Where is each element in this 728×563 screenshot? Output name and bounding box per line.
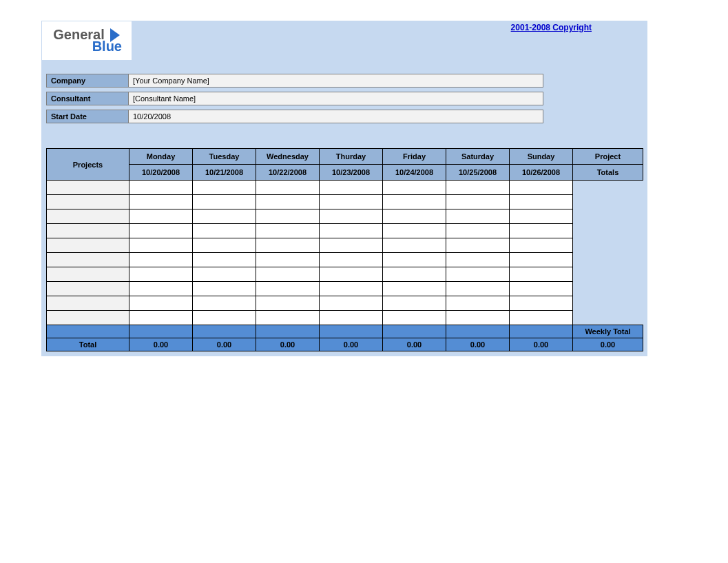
data-cell[interactable] (446, 224, 510, 238)
data-cell[interactable] (129, 267, 193, 282)
data-cell[interactable] (446, 311, 510, 325)
data-cell[interactable] (320, 181, 383, 195)
data-cell[interactable] (510, 282, 573, 296)
data-cell[interactable] (129, 311, 193, 325)
data-cell[interactable] (383, 195, 446, 209)
footer-blank-1 (129, 325, 193, 338)
data-cell[interactable] (193, 181, 256, 195)
company-value[interactable]: [Your Company Name] (129, 74, 543, 88)
data-cell[interactable] (129, 282, 193, 296)
project-cell[interactable] (47, 296, 129, 311)
data-cell[interactable] (193, 238, 256, 253)
data-cell[interactable] (383, 296, 446, 311)
start-date-value[interactable]: 10/20/2008 (129, 110, 543, 123)
data-cell[interactable] (510, 267, 573, 282)
table-row (47, 209, 643, 224)
data-cell[interactable] (256, 311, 320, 325)
day-header-thu-date: 10/23/2008 (320, 165, 383, 181)
data-cell[interactable] (256, 195, 320, 209)
data-cell[interactable] (446, 267, 510, 282)
data-cell[interactable] (256, 181, 320, 195)
data-cell[interactable] (193, 195, 256, 209)
data-cell[interactable] (383, 224, 446, 238)
day-total-sat: 0.00 (446, 338, 510, 351)
data-cell[interactable] (446, 195, 510, 209)
data-cell[interactable] (510, 195, 573, 209)
data-cell[interactable] (320, 253, 383, 267)
data-cell[interactable] (446, 282, 510, 296)
project-cell[interactable] (47, 267, 129, 282)
project-cell[interactable] (47, 253, 129, 267)
data-cell[interactable] (510, 224, 573, 238)
data-cell[interactable] (320, 311, 383, 325)
data-cell[interactable] (320, 267, 383, 282)
data-cell[interactable] (193, 253, 256, 267)
data-cell[interactable] (256, 209, 320, 224)
data-cell[interactable] (446, 296, 510, 311)
footer-blank-0 (47, 325, 129, 338)
data-cell[interactable] (510, 238, 573, 253)
data-cell[interactable] (320, 238, 383, 253)
data-cell[interactable] (129, 253, 193, 267)
data-cell[interactable] (256, 296, 320, 311)
consultant-value[interactable]: [Consultant Name] (129, 92, 543, 105)
data-cell[interactable] (129, 238, 193, 253)
data-cell[interactable] (510, 253, 573, 267)
data-cell[interactable] (383, 209, 446, 224)
project-cell[interactable] (47, 224, 129, 238)
day-header-mon-name: Monday (129, 149, 193, 165)
data-cell[interactable] (193, 267, 256, 282)
project-cell[interactable] (47, 282, 129, 296)
data-cell[interactable] (256, 238, 320, 253)
data-cell[interactable] (256, 253, 320, 267)
logo: General Blue (42, 21, 132, 60)
day-total-thu: 0.00 (320, 338, 383, 351)
data-cell[interactable] (510, 209, 573, 224)
data-cell[interactable] (383, 282, 446, 296)
data-cell[interactable] (383, 238, 446, 253)
project-cell[interactable] (47, 181, 129, 195)
data-cell[interactable] (320, 282, 383, 296)
data-cell[interactable] (383, 267, 446, 282)
data-cell[interactable] (446, 253, 510, 267)
data-cell[interactable] (129, 181, 193, 195)
data-cell[interactable] (256, 267, 320, 282)
project-cell[interactable] (47, 209, 129, 224)
project-cell[interactable] (47, 195, 129, 209)
data-cell[interactable] (510, 311, 573, 325)
data-cell[interactable] (193, 209, 256, 224)
footer-row-1: Weekly Total (47, 325, 643, 338)
timesheet-grid-wrap: Projects Monday Tuesday Wednesday Thurda… (42, 134, 647, 356)
data-cell[interactable] (256, 224, 320, 238)
data-cell[interactable] (383, 253, 446, 267)
data-cell[interactable] (383, 181, 446, 195)
data-cell[interactable] (510, 296, 573, 311)
project-cell[interactable] (47, 311, 129, 325)
data-cell[interactable] (193, 282, 256, 296)
data-cell[interactable] (193, 224, 256, 238)
data-cell[interactable] (129, 296, 193, 311)
data-cell[interactable] (193, 311, 256, 325)
data-cell[interactable] (383, 311, 446, 325)
day-header-tue-date: 10/21/2008 (193, 165, 256, 181)
start-date-label: Start Date (46, 110, 129, 123)
data-cell[interactable] (129, 224, 193, 238)
data-cell[interactable] (446, 209, 510, 224)
day-header-sat-date: 10/25/2008 (446, 165, 510, 181)
data-cell[interactable] (193, 296, 256, 311)
day-header-fri-name: Friday (383, 149, 446, 165)
data-cell[interactable] (129, 195, 193, 209)
company-label: Company (46, 74, 129, 88)
footer-blank-4 (320, 325, 383, 338)
data-cell[interactable] (510, 181, 573, 195)
data-cell[interactable] (320, 195, 383, 209)
data-cell[interactable] (129, 209, 193, 224)
data-cell[interactable] (446, 238, 510, 253)
data-cell[interactable] (320, 224, 383, 238)
copyright-link[interactable]: 2001-2008 Copyright (511, 23, 592, 32)
data-cell[interactable] (320, 296, 383, 311)
data-cell[interactable] (446, 181, 510, 195)
data-cell[interactable] (320, 209, 383, 224)
project-cell[interactable] (47, 238, 129, 253)
data-cell[interactable] (256, 282, 320, 296)
